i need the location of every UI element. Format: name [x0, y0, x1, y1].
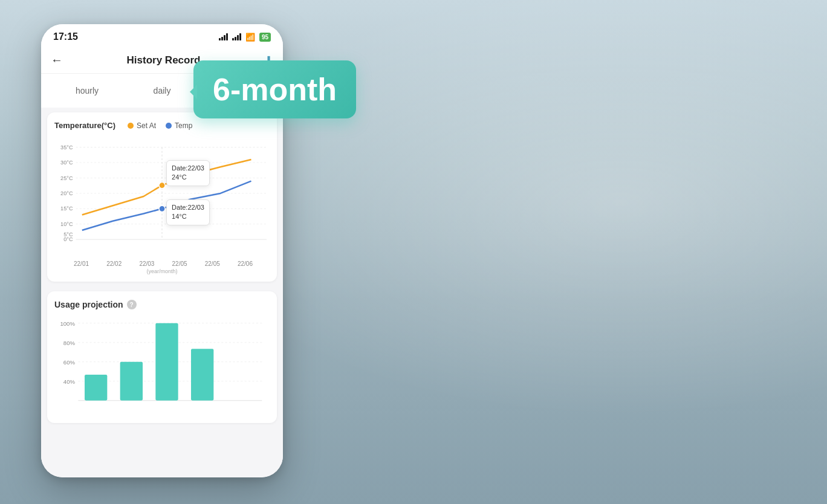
svg-text:30°C: 30°C: [60, 160, 73, 166]
chart-area: 35°C 30°C 25°C 20°C 15°C 10°C 5°C 0°C: [54, 136, 270, 259]
svg-text:80%: 80%: [63, 340, 76, 346]
bar-chart-area: 100% 80% 60% 40%: [54, 317, 270, 416]
signal-icon-2: [232, 33, 241, 40]
chart-y-title: Temperature(°C): [54, 121, 115, 130]
svg-text:25°C: 25°C: [60, 175, 73, 181]
help-icon[interactable]: ?: [127, 300, 137, 309]
svg-text:100%: 100%: [60, 320, 75, 327]
svg-text:10°C: 10°C: [60, 221, 73, 227]
tooltip-blue: Date:22/03 14°C: [166, 199, 210, 225]
svg-text:40%: 40%: [63, 378, 76, 385]
x-label-1: 22/01: [74, 260, 89, 267]
x-label-6: 22/06: [238, 260, 253, 267]
projection-header: Usage projection ?: [54, 300, 270, 309]
x-axis-labels: 22/01 22/02 22/03 22/05 22/05 22/06: [54, 259, 270, 267]
tooltip-blue-date: Date:22/03: [172, 203, 204, 212]
legend-dot-blue: [166, 123, 172, 129]
legend-dot-orange: [128, 123, 134, 129]
svg-text:60%: 60%: [63, 359, 76, 366]
bar-chart-svg: 100% 80% 60% 40%: [54, 317, 270, 413]
signal-icon-1: [219, 33, 228, 40]
svg-text:35°C: 35°C: [60, 144, 73, 150]
six-month-bubble: 6-month: [193, 60, 356, 118]
status-bar: 17:15 📶 95: [41, 24, 283, 47]
wifi-icon: 📶: [245, 33, 255, 42]
temperature-chart-svg: 35°C 30°C 25°C 20°C 15°C 10°C 5°C 0°C: [54, 136, 270, 257]
svg-text:0°C: 0°C: [63, 236, 73, 242]
projection-title: Usage projection: [54, 300, 123, 309]
x-label-5: 22/05: [205, 260, 220, 267]
x-label-4: 22/05: [172, 260, 187, 267]
status-time: 17:15: [53, 31, 78, 42]
battery-icon: 95: [259, 33, 271, 42]
legend-temp: Temp: [166, 121, 192, 130]
x-label-3: 22/03: [139, 260, 154, 267]
tooltip-orange-date: Date:22/03: [172, 164, 204, 173]
bubble-text: 6-month: [213, 72, 337, 107]
svg-rect-30: [191, 349, 213, 400]
svg-text:20°C: 20°C: [60, 190, 73, 196]
svg-rect-29: [155, 323, 178, 401]
legend-label-set-at: Set At: [137, 121, 156, 130]
svg-point-17: [159, 205, 165, 212]
status-icons: 📶 95: [219, 33, 271, 42]
svg-point-16: [159, 183, 165, 189]
legend-label-temp: Temp: [175, 121, 192, 130]
svg-rect-27: [85, 375, 107, 401]
tab-hourly[interactable]: hourly: [51, 81, 123, 100]
header-title: History Record: [127, 54, 201, 66]
back-button[interactable]: ←: [51, 53, 63, 67]
legend-set-at: Set At: [128, 121, 156, 130]
svg-rect-28: [120, 362, 143, 401]
chart-legend: Temperature(°C) Set At Temp: [54, 121, 270, 130]
temperature-chart-card: Temperature(°C) Set At Temp: [47, 112, 277, 282]
x-label-2: 22/02: [106, 260, 122, 267]
svg-text:15°C: 15°C: [60, 205, 73, 212]
tooltip-orange: Date:22/03 24°C: [166, 160, 210, 186]
x-axis-sublabel: (year/month): [54, 268, 270, 274]
projection-card: Usage projection ? 100% 80% 60% 40%: [47, 291, 277, 423]
tooltip-orange-value: 24°C: [172, 173, 204, 182]
tooltip-blue-value: 14°C: [172, 212, 204, 221]
